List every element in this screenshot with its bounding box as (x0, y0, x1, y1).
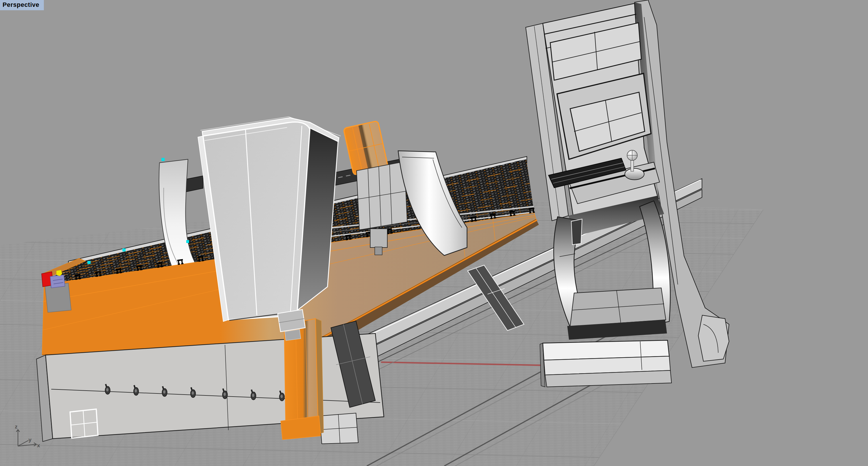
axis-y-label: y (29, 437, 32, 443)
endcap-gray-panel (45, 283, 71, 312)
console-right-foot (698, 315, 729, 361)
viewport-title-tab[interactable]: Perspective (0, 0, 44, 10)
point-marker (87, 261, 91, 264)
point-marker (161, 158, 164, 161)
viewport-canvas[interactable]: z y x (0, 0, 868, 466)
cad-perspective-viewport[interactable]: z y x Perspective (0, 0, 868, 466)
endcap-blue-box[interactable] (50, 275, 65, 288)
point-marker (186, 240, 189, 243)
axis-x-label: x (37, 442, 40, 448)
point-marker (122, 248, 126, 252)
axis-z-label: z (15, 424, 18, 430)
leg-bracket (571, 219, 582, 245)
